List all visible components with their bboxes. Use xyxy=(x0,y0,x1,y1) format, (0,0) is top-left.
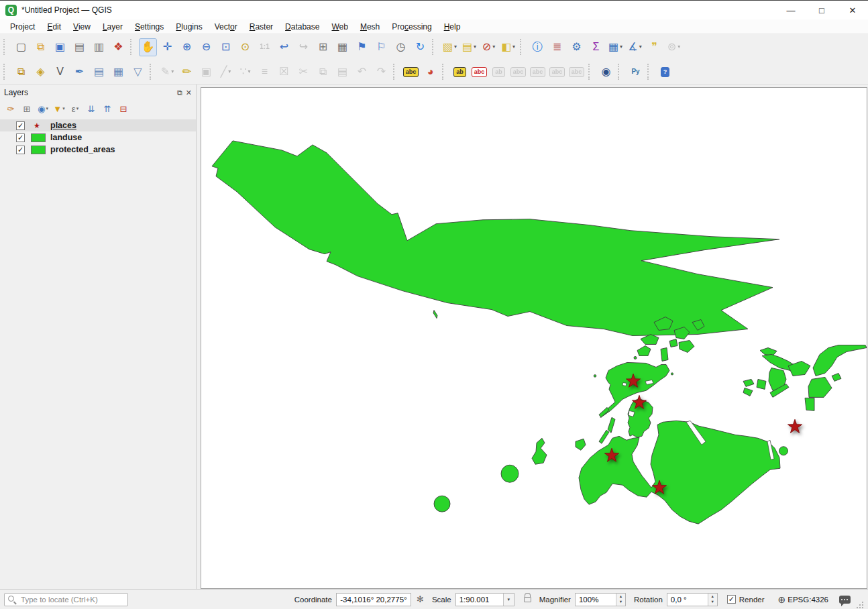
locator-search[interactable] xyxy=(4,593,128,606)
layer-checkbox[interactable]: ✓ xyxy=(16,133,25,142)
minimize-button[interactable]: — xyxy=(775,1,806,19)
layer-row-protected_areas[interactable]: ✓protected_areas xyxy=(0,144,196,156)
toggle-editing-button[interactable]: ✏ xyxy=(178,63,196,81)
new-spatialite-layer-button[interactable]: ✒ xyxy=(70,63,89,81)
measure-button[interactable]: ∡▾ xyxy=(626,38,644,56)
filter-by-expression-button[interactable]: ε▾ xyxy=(67,101,83,116)
open-attribute-table-button[interactable]: ▦▾ xyxy=(606,38,625,56)
layer-labeling-options-button[interactable]: abc xyxy=(402,63,420,81)
dropdown-arrow-icon[interactable]: ▾ xyxy=(76,106,79,111)
new-3d-map-view-button[interactable]: ▦ xyxy=(333,38,351,56)
rotation-spinbox[interactable]: 0,0 ° ▲▼ xyxy=(667,593,718,606)
new-print-layout-button[interactable]: ▤ xyxy=(70,38,89,56)
close-button[interactable]: ✕ xyxy=(837,1,868,19)
select-features-by-value-button[interactable]: ▤▾ xyxy=(460,38,478,56)
select-features-button[interactable]: ▧▾ xyxy=(441,38,459,56)
dropdown-arrow-icon[interactable]: ▾ xyxy=(62,106,65,111)
select-by-location-button[interactable]: ◧▾ xyxy=(499,38,517,56)
help-contents-button[interactable]: ? xyxy=(656,63,674,81)
dropdown-arrow-icon[interactable]: ▾ xyxy=(512,44,515,50)
metasearch-button[interactable]: ◉ xyxy=(597,63,615,81)
menu-settings[interactable]: Settings xyxy=(129,21,170,33)
zoom-out-button[interactable]: ⊖ xyxy=(197,38,215,56)
layer-row-landuse[interactable]: ✓landuse xyxy=(0,131,196,144)
new-project-button[interactable]: ▢ xyxy=(12,38,30,56)
panel-close-icon[interactable]: ✕ xyxy=(186,89,192,97)
save-project-button[interactable]: ▣ xyxy=(51,38,69,56)
new-spatial-bookmark-button[interactable]: ⚑ xyxy=(353,38,371,56)
dropdown-arrow-icon[interactable]: ▾ xyxy=(474,44,476,50)
dropdown-arrow-icon[interactable]: ▾ xyxy=(248,69,251,74)
open-project-button[interactable]: ⧉ xyxy=(32,38,50,56)
new-geopackage-layer-button[interactable]: ◈ xyxy=(32,63,50,81)
menu-database[interactable]: Database xyxy=(279,21,325,33)
show-spatial-bookmarks-button[interactable]: ⚐ xyxy=(372,38,390,56)
new-shapefile-layer-button[interactable]: V xyxy=(51,63,69,81)
filter-legend-button[interactable]: ▼▾ xyxy=(51,101,67,116)
pan-map-button[interactable]: ✋ xyxy=(139,38,157,56)
manage-map-themes-button[interactable]: ◉▾ xyxy=(35,101,51,116)
remove-layer-button[interactable]: ⊟ xyxy=(115,101,131,116)
dropdown-arrow-icon[interactable]: ▾ xyxy=(492,44,495,50)
pin-labels-button[interactable]: ab xyxy=(451,63,469,81)
mouse-position-icon[interactable]: ✻ xyxy=(417,594,424,604)
zoom-to-selection-button[interactable]: ⊙ xyxy=(236,38,254,56)
style-manager-button[interactable]: ❖ xyxy=(109,38,127,56)
magnifier-up-icon[interactable]: ▲ xyxy=(619,594,622,600)
layer-name[interactable]: protected_areas xyxy=(50,145,115,154)
statistical-summary-button[interactable]: ≣ xyxy=(548,38,566,56)
menu-edit[interactable]: Edit xyxy=(41,21,67,33)
messages-icon[interactable] xyxy=(839,596,851,604)
magnifier-spinbox[interactable]: 100% ▲▼ xyxy=(575,593,626,606)
new-mesh-layer-button[interactable]: ▽ xyxy=(129,63,147,81)
expand-all-button[interactable]: ⇊ xyxy=(83,101,99,116)
dropdown-arrow-icon[interactable]: ▾ xyxy=(639,44,642,50)
menu-help[interactable]: Help xyxy=(438,21,467,33)
crs-status[interactable]: EPSG:4326 xyxy=(788,596,828,604)
dropdown-arrow-icon[interactable]: ▾ xyxy=(171,69,174,74)
scale-combo[interactable]: 1:90.001 ▾ xyxy=(455,593,514,606)
menu-processing[interactable]: Processing xyxy=(386,21,437,33)
open-layer-styling-dock-button[interactable]: ✑ xyxy=(3,101,19,116)
map-tips-button[interactable]: ❞ xyxy=(645,38,663,56)
refresh-map-button[interactable]: ↻ xyxy=(411,38,429,56)
resize-grip[interactable] xyxy=(857,602,864,609)
processing-toolbox-button[interactable]: ⚙ xyxy=(567,38,586,56)
zoom-full-button[interactable]: ⊡ xyxy=(217,38,235,56)
add-group-button[interactable]: ⊞ xyxy=(19,101,35,116)
layer-diagram-options-button[interactable]: ◕ xyxy=(421,63,439,81)
layer-name[interactable]: landuse xyxy=(50,133,82,142)
dropdown-arrow-icon[interactable]: ▾ xyxy=(46,106,48,111)
locator-input[interactable] xyxy=(4,593,128,606)
python-console-button[interactable]: Py xyxy=(627,63,645,81)
panel-float-icon[interactable]: ⧉ xyxy=(177,89,182,97)
layer-row-places[interactable]: ✓★places xyxy=(0,119,196,131)
highlight-pinned-labels-button[interactable]: abc xyxy=(470,63,488,81)
layer-name[interactable]: places xyxy=(50,121,76,130)
lock-scale-icon[interactable] xyxy=(524,597,531,602)
menu-vector[interactable]: Vector xyxy=(209,21,243,33)
layer-checkbox[interactable]: ✓ xyxy=(16,146,25,154)
show-statistics-button[interactable]: Σ xyxy=(587,38,605,56)
menu-layer[interactable]: Layer xyxy=(97,21,129,33)
rotation-up-icon[interactable]: ▲ xyxy=(711,594,714,600)
menu-project[interactable]: Project xyxy=(4,21,41,33)
rotation-down-icon[interactable]: ▼ xyxy=(711,600,714,605)
dropdown-arrow-icon[interactable]: ▾ xyxy=(620,44,622,50)
menu-mesh[interactable]: Mesh xyxy=(354,21,386,33)
deselect-features-button[interactable]: ⊘▾ xyxy=(480,38,498,56)
menu-web[interactable]: Web xyxy=(325,21,354,33)
identify-features-button[interactable]: ⓘ xyxy=(529,38,547,56)
coordinate-value[interactable]: -34,1016° 20,2775° xyxy=(336,593,411,606)
new-map-view-button[interactable]: ⊞ xyxy=(314,38,332,56)
render-checkbox[interactable]: ✓ xyxy=(727,595,736,604)
dropdown-arrow-icon[interactable]: ▾ xyxy=(228,69,231,74)
menu-plugins[interactable]: Plugins xyxy=(170,21,208,33)
layer-checkbox[interactable]: ✓ xyxy=(16,121,25,130)
menu-view[interactable]: View xyxy=(67,21,97,33)
zoom-last-button[interactable]: ↩ xyxy=(275,38,293,56)
new-virtual-layer-button[interactable]: ▦ xyxy=(109,63,127,81)
collapse-all-button[interactable]: ⇈ xyxy=(99,101,115,116)
scale-dropdown-icon[interactable]: ▾ xyxy=(503,594,514,606)
show-layout-manager-button[interactable]: ▥ xyxy=(90,38,108,56)
